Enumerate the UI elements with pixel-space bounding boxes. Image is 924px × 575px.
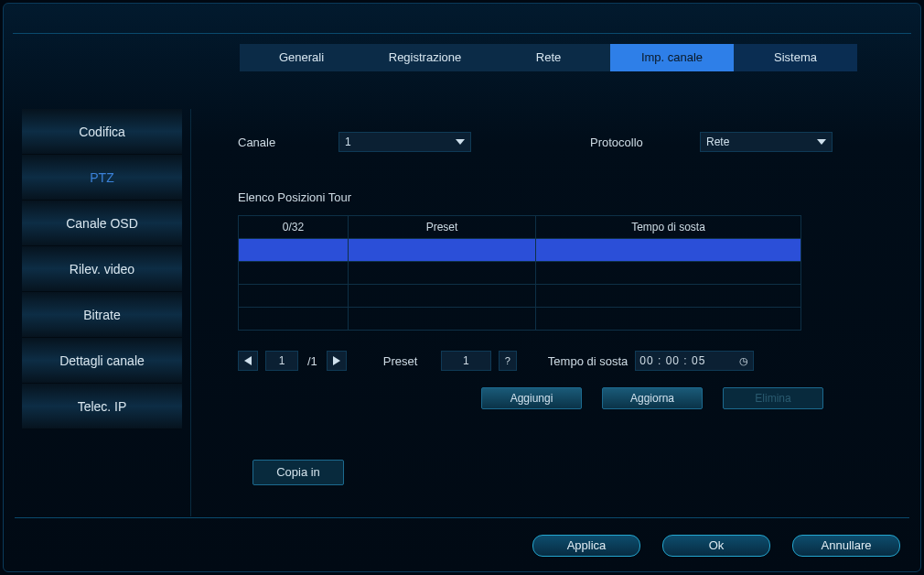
cancel-button[interactable]: Annullare <box>792 535 900 557</box>
canale-value: 1 <box>345 136 351 148</box>
sidebar-item-bitrate[interactable]: Bitrate <box>22 292 182 338</box>
footer-buttons: Applica Ok Annullare <box>532 535 900 557</box>
page-prev-button[interactable] <box>238 351 258 371</box>
sidebar-item-telec-ip[interactable]: Telec. IP <box>22 384 182 429</box>
preset-label: Preset <box>383 354 434 368</box>
chevron-down-icon <box>817 139 826 145</box>
row-canale-protocollo: Canale 1 Protocollo Rete <box>238 132 833 152</box>
page-next-button[interactable] <box>327 351 347 371</box>
sidebar-item-rilev-video[interactable]: Rilev. video <box>22 246 182 292</box>
col-dwell: Tempo di sosta <box>536 216 801 239</box>
pager-row: 1 /1 Preset 1 ? Tempo di sosta 00 : 00 :… <box>238 351 833 371</box>
chevron-down-icon <box>456 139 465 145</box>
dwell-label: Tempo di sosta <box>548 354 628 368</box>
col-preset: Preset <box>349 216 536 239</box>
table-row[interactable] <box>239 308 801 331</box>
sidebar-item-codifica[interactable]: Codifica <box>22 109 182 155</box>
tab-rete[interactable]: Rete <box>487 44 610 71</box>
ok-button[interactable]: Ok <box>662 535 770 557</box>
update-button[interactable]: Aggiorna <box>602 387 703 409</box>
tab-imp-canale[interactable]: Imp. canale <box>610 44 734 71</box>
protocollo-label: Protocollo <box>590 136 682 149</box>
sidebar-item-dettagli-canale[interactable]: Dettagli canale <box>22 338 182 384</box>
page-number-input[interactable]: 1 <box>265 351 298 371</box>
canale-label: Canale <box>238 136 320 149</box>
settings-window: Generali Registrazione Rete Imp. canale … <box>3 3 921 572</box>
section-title: Elenco Posizioni Tour <box>238 190 833 204</box>
tour-table: 0/32 Preset Tempo di sosta <box>238 215 801 331</box>
apply-button[interactable]: Applica <box>532 535 640 557</box>
tab-sistema[interactable]: Sistema <box>734 44 857 71</box>
table-row[interactable] <box>239 239 801 262</box>
header-divider <box>13 33 911 34</box>
footer-divider <box>15 517 909 518</box>
dwell-value: 00 : 00 : 05 <box>639 354 705 367</box>
main-panel: Canale 1 Protocollo Rete Elenco Posizion… <box>238 132 833 409</box>
protocollo-select[interactable]: Rete <box>700 132 833 152</box>
clock-icon: ◷ <box>739 355 749 367</box>
sidebar-divider <box>190 109 191 516</box>
table-header: 0/32 Preset Tempo di sosta <box>239 216 801 239</box>
page-total: /1 <box>307 354 317 368</box>
sidebar-item-ptz[interactable]: PTZ <box>22 155 182 201</box>
add-button[interactable]: Aggiungi <box>481 387 582 409</box>
delete-button[interactable]: Elimina <box>723 387 823 409</box>
svg-marker-1 <box>333 356 340 365</box>
dwell-time-input[interactable]: 00 : 00 : 05 ◷ <box>635 351 754 371</box>
protocollo-value: Rete <box>706 136 729 148</box>
tab-registrazione[interactable]: Registrazione <box>363 44 487 71</box>
sidebar: Codifica PTZ Canale OSD Rilev. video Bit… <box>22 109 182 429</box>
col-index: 0/32 <box>239 216 349 239</box>
top-tabs: Generali Registrazione Rete Imp. canale … <box>240 44 857 71</box>
sidebar-item-canale-osd[interactable]: Canale OSD <box>22 201 182 246</box>
chevron-right-icon <box>333 356 340 365</box>
tab-generali[interactable]: Generali <box>240 44 363 71</box>
copy-button[interactable]: Copia in <box>252 460 344 485</box>
preset-help-button[interactable]: ? <box>499 351 517 371</box>
preset-input[interactable]: 1 <box>441 351 491 371</box>
svg-marker-0 <box>244 356 252 365</box>
table-row[interactable] <box>239 262 801 285</box>
canale-select[interactable]: 1 <box>338 132 471 152</box>
action-buttons: Aggiungi Aggiorna Elimina <box>481 387 833 409</box>
table-row[interactable] <box>239 285 801 308</box>
chevron-left-icon <box>244 356 252 365</box>
